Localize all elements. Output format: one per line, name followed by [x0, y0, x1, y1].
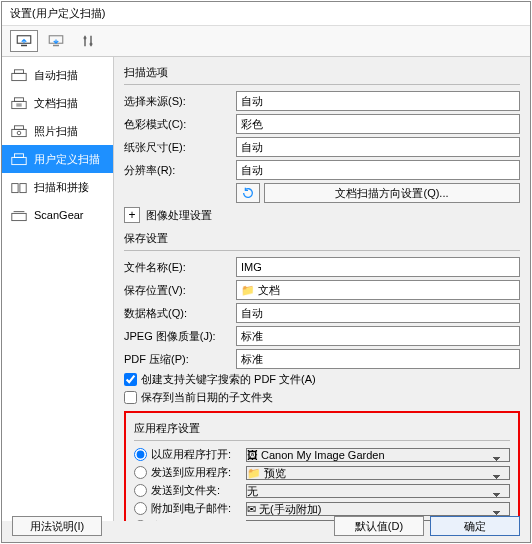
chk-pdf-keyword-label: 创建支持关键字搜索的 PDF 文件(A): [141, 372, 316, 387]
tab-general-settings[interactable]: [74, 30, 102, 52]
jpeg-select[interactable]: 标准: [236, 326, 520, 346]
svg-rect-16: [20, 183, 26, 192]
custom-icon: [10, 151, 28, 167]
filename-select[interactable]: IMG: [236, 257, 520, 277]
stitch-icon: [10, 179, 28, 195]
sidebar: 自动扫描 文档扫描 照片扫描 用户定义扫描 扫描和拼接 ScanGear: [2, 57, 114, 521]
send-folder-select[interactable]: 无: [246, 484, 510, 498]
sidebar-label: 文档扫描: [34, 96, 78, 111]
email-select[interactable]: ✉ 无(手动附加): [246, 502, 510, 516]
res-select[interactable]: 自动: [236, 160, 520, 180]
loc-label: 保存位置(V):: [124, 283, 236, 298]
sidebar-item-document[interactable]: 文档扫描: [2, 89, 113, 117]
orientation-button[interactable]: 文档扫描方向设置(Q)...: [264, 183, 520, 203]
sidebar-label: ScanGear: [34, 209, 84, 221]
format-label: 数据格式(Q):: [124, 306, 236, 321]
svg-rect-11: [15, 126, 24, 130]
sidebar-label: 照片扫描: [34, 124, 78, 139]
sidebar-label: 扫描和拼接: [34, 180, 89, 195]
source-select[interactable]: 自动: [236, 91, 520, 111]
document-icon: [10, 95, 28, 111]
mode-label: 色彩模式(C):: [124, 117, 236, 132]
sidebar-item-scangear[interactable]: ScanGear: [2, 201, 113, 229]
size-label: 纸张尺寸(E):: [124, 140, 236, 155]
chk-date-subfolder[interactable]: [124, 391, 137, 404]
scangear-icon: [10, 207, 28, 223]
toolbar: [2, 26, 530, 57]
format-select[interactable]: 自动: [236, 303, 520, 323]
sidebar-label: 自动扫描: [34, 68, 78, 83]
chk-date-subfolder-label: 保存到当前日期的子文件夹: [141, 390, 273, 405]
sidebar-item-custom[interactable]: 用户定义扫描: [2, 145, 113, 173]
auto-icon: [10, 67, 28, 83]
image-proc-label: 图像处理设置: [146, 208, 212, 223]
svg-rect-15: [12, 183, 18, 192]
expand-image-proc[interactable]: +: [124, 207, 140, 223]
jpeg-label: JPEG 图像质量(J):: [124, 329, 236, 344]
svg-rect-6: [12, 73, 26, 80]
divider: [134, 440, 510, 441]
radio-send-folder[interactable]: [134, 484, 147, 497]
save-options-title: 保存设置: [124, 231, 520, 246]
photo-icon: [10, 123, 28, 139]
svg-rect-9: [15, 98, 24, 102]
pdf-label: PDF 压缩(P):: [124, 352, 236, 367]
sidebar-item-stitch[interactable]: 扫描和拼接: [2, 173, 113, 201]
svg-rect-17: [12, 213, 26, 220]
source-label: 选择来源(S):: [124, 94, 236, 109]
svg-rect-14: [15, 154, 24, 158]
scan-options-title: 扫描选项: [124, 65, 520, 80]
app-options-title: 应用程序设置: [134, 421, 510, 436]
window-title: 设置(用户定义扫描): [2, 2, 530, 26]
res-label: 分辨率(R):: [124, 163, 236, 178]
footer: 用法说明(I) 默认值(D) 确定: [2, 516, 530, 536]
svg-point-12: [17, 131, 21, 135]
loc-select[interactable]: 📁 文档: [236, 280, 520, 300]
svg-rect-8: [12, 101, 26, 108]
radio-email[interactable]: [134, 502, 147, 515]
radio-send-app[interactable]: [134, 466, 147, 479]
svg-rect-1: [21, 45, 27, 47]
svg-rect-7: [15, 70, 24, 74]
sidebar-item-photo[interactable]: 照片扫描: [2, 117, 113, 145]
chk-pdf-keyword[interactable]: [124, 373, 137, 386]
default-button[interactable]: 默认值(D): [334, 516, 424, 536]
help-button[interactable]: 用法说明(I): [12, 516, 102, 536]
filename-label: 文件名称(E):: [124, 260, 236, 275]
pdf-select[interactable]: 标准: [236, 349, 520, 369]
tab-scan-from-panel[interactable]: [42, 30, 70, 52]
svg-point-4: [84, 37, 87, 40]
divider: [124, 250, 520, 251]
divider: [124, 84, 520, 85]
svg-rect-13: [12, 157, 26, 164]
send-app-select[interactable]: 📁 预览: [246, 466, 510, 480]
tab-scan-from-computer[interactable]: [10, 30, 38, 52]
sidebar-label: 用户定义扫描: [34, 152, 100, 167]
svg-point-5: [90, 43, 93, 46]
ok-button[interactable]: 确定: [430, 516, 520, 536]
refresh-button[interactable]: [236, 183, 260, 203]
open-app-select[interactable]: 🖼 Canon My Image Garden: [246, 448, 510, 462]
app-settings-highlight: 应用程序设置 以应用程序打开: 🖼 Canon My Image Garden …: [124, 411, 520, 521]
svg-rect-3: [53, 45, 59, 47]
mode-select[interactable]: 彩色: [236, 114, 520, 134]
radio-open-app[interactable]: [134, 448, 147, 461]
content-panel: 扫描选项 选择来源(S): 自动 色彩模式(C): 彩色 纸张尺寸(E): 自动…: [114, 57, 530, 521]
sidebar-item-auto[interactable]: 自动扫描: [2, 61, 113, 89]
svg-rect-10: [12, 129, 26, 136]
size-select[interactable]: 自动: [236, 137, 520, 157]
